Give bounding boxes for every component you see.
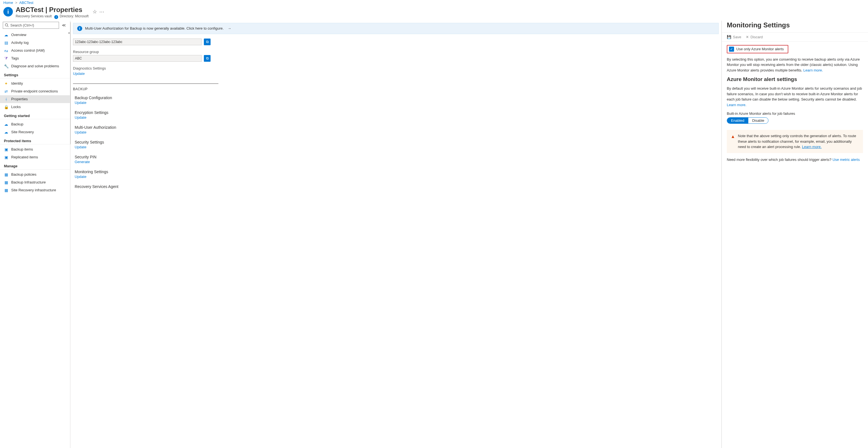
- nav-identity[interactable]: ✦Identity: [0, 79, 70, 88]
- nav-overview[interactable]: ☁Overview: [0, 31, 70, 39]
- resource-group-field[interactable]: ABC: [73, 55, 202, 62]
- nav-section-getting-started: Getting started: [0, 111, 70, 119]
- nav-backup-infra[interactable]: ▦Backup Infrastructure: [0, 178, 70, 186]
- diag-update-link[interactable]: Update: [73, 71, 85, 76]
- nav-backup-policies[interactable]: ▦Backup policies: [0, 171, 70, 178]
- update-link[interactable]: Update: [75, 145, 86, 149]
- copy-button[interactable]: ⧉: [204, 55, 211, 62]
- main-content: i Multi-User Authorization for Backup is…: [70, 21, 721, 448]
- nav-access-control[interactable]: ᔓAccess control (IAM): [0, 47, 70, 55]
- save-icon: 💾: [727, 35, 731, 39]
- sidebar: Search (Ctrl+/) ≪ ▲ ☁Overview ▤Activity …: [0, 21, 70, 448]
- prop-title: Backup Configuration: [75, 96, 719, 100]
- nav-private-endpoint[interactable]: ⇄Private endpoint connections: [0, 88, 70, 95]
- prop-mua: Multi-User Authorization Update: [75, 125, 719, 134]
- nav-label: Site Recovery infrastructure: [11, 188, 56, 192]
- learn-more-link[interactable]: Learn more.: [802, 145, 822, 149]
- toggle-enabled[interactable]: Enabled: [727, 117, 748, 124]
- nav-label: Properties: [11, 97, 28, 101]
- update-link[interactable]: Update: [75, 101, 86, 105]
- nav-label: Site Recovery: [11, 130, 34, 134]
- update-link[interactable]: Update: [75, 115, 86, 119]
- breadcrumb-home[interactable]: Home: [3, 1, 13, 5]
- arrow-right-icon: →: [228, 26, 231, 30]
- nav-label: Locks: [11, 105, 21, 109]
- discard-label: Discard: [750, 35, 763, 39]
- discard-button[interactable]: ✕ Discard: [746, 35, 763, 39]
- flexibility-hint: Need more flexibility over which job fai…: [727, 157, 863, 163]
- nav-sr-infra[interactable]: ▦Site Recovery infrastructure: [0, 186, 70, 194]
- info-banner[interactable]: i Multi-User Authorization for Backup is…: [73, 23, 719, 34]
- resource-icon: i: [3, 7, 13, 16]
- backup-section-head: BACKUP: [73, 87, 719, 91]
- prop-encryption: Encryption Settings Update: [75, 110, 719, 119]
- nav-label: Backup items: [11, 147, 33, 151]
- svg-point-0: [5, 24, 8, 26]
- nav-activity-log[interactable]: ▤Activity log: [0, 39, 70, 47]
- warning-icon: ▲: [731, 133, 735, 150]
- backup-icon: ☁: [4, 122, 8, 127]
- favorite-button[interactable]: ☆: [93, 9, 97, 15]
- nav-section-manage: Manage: [0, 161, 70, 170]
- close-icon: ✕: [746, 35, 749, 39]
- checkbox-label: Use only Azure Monitor alerts: [736, 47, 784, 51]
- directory-label: Directory: Microsoft: [60, 14, 88, 18]
- nav-properties[interactable]: ⟊Properties: [0, 95, 70, 103]
- search-placeholder: Search (Ctrl+/): [10, 23, 34, 27]
- prop-pin: Security PIN Generate: [75, 155, 719, 164]
- monitoring-settings-panel: Monitoring Settings 💾 Save ✕ Discard ✓ U…: [721, 21, 868, 448]
- activity-icon: ▤: [4, 40, 8, 45]
- breadcrumb-resource[interactable]: ABCTest: [19, 1, 34, 5]
- nav-replicated-items[interactable]: ▣Replicated items: [0, 153, 70, 161]
- prop-agent: Recovery Services Agent: [75, 184, 719, 189]
- nav-tags[interactable]: ⧩Tags: [0, 55, 70, 62]
- prop-title: Multi-User Authorization: [75, 125, 719, 130]
- search-input[interactable]: Search (Ctrl+/): [3, 22, 59, 29]
- nav: ▲ ☁Overview ▤Activity log ᔓAccess contro…: [0, 31, 70, 194]
- learn-more-link[interactable]: Learn more.: [727, 103, 746, 107]
- update-link[interactable]: Update: [75, 130, 86, 134]
- srinfra-icon: ▦: [4, 188, 8, 193]
- callout-text: Note that the above setting only control…: [738, 134, 856, 149]
- toggle-disable[interactable]: Disable: [748, 117, 768, 124]
- banner-text: Multi-User Authorization for Backup is n…: [85, 26, 224, 30]
- resource-id-field[interactable]: 123abc-123abc-123abc-123abc: [73, 39, 202, 45]
- nav-backup[interactable]: ☁Backup: [0, 120, 70, 128]
- save-button[interactable]: 💾 Save: [727, 35, 741, 39]
- search-icon: [5, 23, 9, 27]
- nav-backup-items[interactable]: ▣Backup items: [0, 145, 70, 153]
- breadcrumb-sep: >: [15, 1, 17, 5]
- learn-more-link[interactable]: Learn more.: [803, 68, 823, 72]
- nav-locks[interactable]: 🔒Locks: [0, 103, 70, 111]
- use-metric-alerts-link[interactable]: Use metric alerts: [833, 158, 860, 162]
- breadcrumb: Home > ABCTest: [0, 0, 868, 5]
- section-divider: [73, 83, 218, 84]
- nav-label: Backup policies: [11, 172, 36, 176]
- alert-settings-heading: Azure Monitor alert settings: [727, 76, 863, 82]
- collapse-sidebar-button[interactable]: ≪: [61, 22, 67, 29]
- iam-icon: ᔓ: [4, 48, 8, 53]
- prop-title: Security PIN: [75, 155, 719, 159]
- diag-label: Diagnostics Settings: [73, 66, 719, 70]
- nav-diagnose[interactable]: 🔧Diagnose and solve problems: [0, 62, 70, 70]
- properties-icon: ⟊: [4, 97, 8, 101]
- nav-section-settings: Settings: [0, 70, 70, 78]
- more-button[interactable]: ⋯: [99, 9, 104, 15]
- nav-site-recovery[interactable]: ☁Site Recovery: [0, 128, 70, 136]
- nav-label: Overview: [11, 33, 26, 37]
- update-link[interactable]: Update: [75, 175, 86, 179]
- use-azure-monitor-checkbox[interactable]: ✓ Use only Azure Monitor alerts: [727, 45, 788, 53]
- generate-link[interactable]: Generate: [75, 160, 90, 164]
- nav-label: Backup: [11, 122, 23, 126]
- scrollbar-thumb[interactable]: [70, 22, 71, 145]
- copy-button[interactable]: ⧉: [204, 39, 211, 45]
- prop-title: Encryption Settings: [75, 110, 719, 115]
- svg-line-1: [7, 26, 9, 27]
- job-failure-toggle[interactable]: Enabled Disable: [727, 117, 769, 124]
- scrollbar-track[interactable]: [70, 21, 71, 448]
- resource-type: Recovery Services vault: [16, 14, 52, 18]
- infra-icon: ▦: [4, 180, 8, 184]
- prop-title: Recovery Services Agent: [75, 184, 719, 189]
- warning-callout: ▲ Note that the above setting only contr…: [727, 130, 863, 153]
- panel-title: Monitoring Settings: [722, 21, 868, 32]
